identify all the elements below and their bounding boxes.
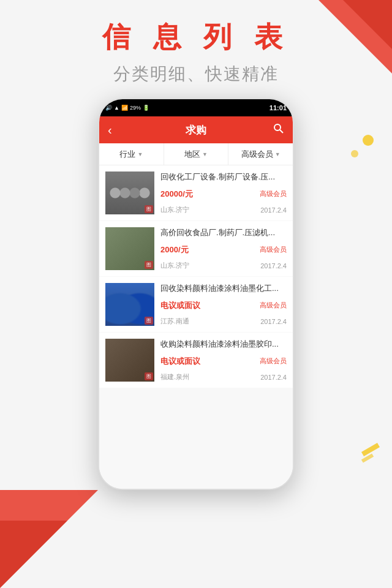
item-price: 20000/元 bbox=[160, 189, 193, 200]
filter-region[interactable]: 地区 ▼ bbox=[164, 143, 229, 165]
chevron-down-icon-1: ▼ bbox=[137, 151, 143, 157]
item-image-1: 图 bbox=[105, 172, 154, 214]
item-row-meta: 山东.济宁 2017.2.4 bbox=[160, 205, 287, 214]
volume-icon: 🔊 bbox=[105, 105, 112, 111]
signal-info: 🔊 ▲ 📶 29% 🔋 bbox=[105, 105, 149, 111]
member-badge: 高级会员 bbox=[260, 301, 287, 310]
item-price: 2000/元 bbox=[160, 244, 189, 255]
search-icon bbox=[273, 123, 284, 134]
item-row-meta: 福建.泉州 2017.2.4 bbox=[160, 372, 287, 382]
item-image-2: 图 bbox=[105, 227, 154, 270]
list-item[interactable]: 图 回收化工厂设备.制药厂设备.压... 20000/元 高级会员 山东.济宁 … bbox=[99, 165, 293, 221]
back-button[interactable]: ‹ bbox=[108, 123, 125, 137]
item-title: 回收染料颜料油漆涂料油墨化工... bbox=[160, 283, 287, 294]
item-row-meta: 江苏.南通 2017.2.4 bbox=[160, 317, 287, 326]
item-date: 2017.2.4 bbox=[260, 262, 287, 270]
member-badge: 高级会员 bbox=[260, 356, 287, 366]
list-item[interactable]: 图 回收染料颜料油漆涂料油墨化工... 电议或面议 高级会员 江苏.南通 201… bbox=[99, 277, 293, 332]
item-price: 电议或面议 bbox=[160, 356, 200, 367]
page-title: 信 息 列 表 bbox=[0, 18, 392, 56]
item-date: 2017.2.4 bbox=[260, 206, 287, 214]
item-location: 福建.泉州 bbox=[160, 372, 189, 382]
item-title: 高价回收食品厂.制药厂.压滤机... bbox=[160, 227, 287, 238]
image-count-icon: 图 bbox=[145, 372, 153, 380]
item-location: 山东.济宁 bbox=[160, 205, 189, 214]
status-time: 11:01 bbox=[270, 104, 287, 111]
item-title: 收购染料颜料油漆涂料油墨胶印... bbox=[160, 339, 287, 350]
list-item[interactable]: 图 高价回收食品厂.制药厂.压滤机... 2000/元 高级会员 山东.济宁 2… bbox=[99, 221, 293, 276]
page-title-area: 信 息 列 表 分类明细、快速精准 bbox=[0, 18, 392, 86]
battery-icon: 🔋 bbox=[143, 105, 149, 111]
svg-line-1 bbox=[280, 130, 283, 133]
item-title: 回收化工厂设备.制药厂设备.压... bbox=[160, 172, 287, 183]
item-location: 江苏.南通 bbox=[160, 317, 189, 326]
svg-point-0 bbox=[274, 124, 281, 130]
member-badge: 高级会员 bbox=[260, 245, 287, 254]
item-content-4: 收购染料颜料油漆涂料油墨胶印... 电议或面议 高级会员 福建.泉州 2017.… bbox=[160, 339, 287, 382]
item-date: 2017.2.4 bbox=[260, 318, 287, 325]
phone-screen: 🔊 ▲ 📶 29% 🔋 11:01 ‹ 求购 行业 ▼ bbox=[98, 98, 294, 490]
header-title: 求购 bbox=[125, 123, 267, 137]
chevron-down-icon-3: ▼ bbox=[275, 151, 281, 157]
item-image-3: 图 bbox=[105, 283, 154, 326]
item-row-price: 2000/元 高级会员 bbox=[160, 244, 287, 255]
signal-bars: 📶 bbox=[121, 105, 128, 111]
member-badge: 高级会员 bbox=[260, 189, 287, 198]
deco-triangle-bottom-left-2 bbox=[0, 521, 67, 588]
phone-mockup: 🔊 ▲ 📶 29% 🔋 11:01 ‹ 求购 行业 ▼ bbox=[98, 98, 294, 490]
item-row-meta: 山东.济宁 2017.2.4 bbox=[160, 261, 287, 270]
item-image-4: 图 bbox=[105, 339, 154, 382]
item-date: 2017.2.4 bbox=[260, 374, 287, 381]
item-content-3: 回收染料颜料油漆涂料油墨化工... 电议或面议 高级会员 江苏.南通 2017.… bbox=[160, 283, 287, 326]
image-count-icon: 图 bbox=[145, 317, 153, 325]
item-price: 电议或面议 bbox=[160, 300, 200, 311]
image-count-icon: 图 bbox=[145, 205, 153, 213]
item-content-1: 回收化工厂设备.制药厂设备.压... 20000/元 高级会员 山东.济宁 20… bbox=[160, 172, 287, 214]
search-button[interactable] bbox=[267, 123, 284, 137]
status-bar: 🔊 ▲ 📶 29% 🔋 11:01 bbox=[99, 99, 293, 116]
item-content-2: 高价回收食品厂.制药厂.压滤机... 2000/元 高级会员 山东.济宁 201… bbox=[160, 227, 287, 270]
battery-percent: 29% bbox=[130, 105, 141, 111]
filter-region-label: 地区 bbox=[184, 149, 200, 160]
filter-industry[interactable]: 行业 ▼ bbox=[99, 143, 164, 165]
item-location: 山东.济宁 bbox=[160, 261, 189, 270]
item-row-price: 20000/元 高级会员 bbox=[160, 189, 287, 200]
page-subtitle: 分类明细、快速精准 bbox=[0, 62, 392, 86]
filter-industry-label: 行业 bbox=[119, 149, 135, 160]
item-row-price: 电议或面议 高级会员 bbox=[160, 356, 287, 367]
app-header: ‹ 求购 bbox=[99, 116, 293, 143]
item-row-price: 电议或面议 高级会员 bbox=[160, 300, 287, 311]
chevron-down-icon-2: ▼ bbox=[202, 151, 208, 157]
deco-yellow-dot-1 bbox=[363, 135, 374, 146]
image-count-icon: 图 bbox=[145, 261, 153, 269]
filter-member[interactable]: 高级会员 ▼ bbox=[228, 143, 293, 165]
product-list: 图 回收化工厂设备.制药厂设备.压... 20000/元 高级会员 山东.济宁 … bbox=[99, 165, 293, 489]
list-item[interactable]: 图 收购染料颜料油漆涂料油墨胶印... 电议或面议 高级会员 福建.泉州 201… bbox=[99, 333, 293, 388]
deco-yellow-dot-2 bbox=[351, 150, 358, 157]
wifi-icon: ▲ bbox=[114, 105, 119, 111]
filter-bar: 行业 ▼ 地区 ▼ 高级会员 ▼ bbox=[99, 143, 293, 165]
filter-member-label: 高级会员 bbox=[241, 149, 273, 160]
